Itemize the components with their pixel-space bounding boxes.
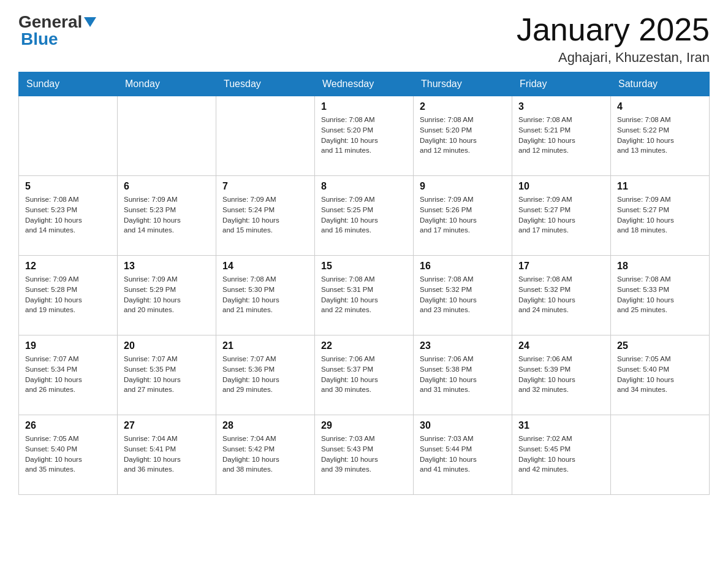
day-number: 8	[321, 181, 407, 192]
day-number: 5	[25, 181, 111, 192]
day-number: 30	[420, 420, 506, 431]
calendar-cell	[611, 415, 710, 495]
day-info: Sunrise: 7:09 AM Sunset: 5:29 PM Dayligh…	[124, 274, 210, 315]
day-info: Sunrise: 7:09 AM Sunset: 5:24 PM Dayligh…	[222, 194, 308, 236]
day-info: Sunrise: 7:08 AM Sunset: 5:20 PM Dayligh…	[420, 115, 506, 156]
calendar-cell: 22Sunrise: 7:06 AM Sunset: 5:37 PM Dayli…	[315, 335, 414, 415]
calendar-cell: 12Sunrise: 7:09 AM Sunset: 5:28 PM Dayli…	[19, 256, 118, 335]
location-subtitle: Aghajari, Khuzestan, Iran	[517, 50, 710, 66]
day-number: 18	[617, 261, 703, 272]
day-number: 9	[420, 181, 506, 192]
logo: General Blue	[18, 12, 98, 49]
calendar-cell: 6Sunrise: 7:09 AM Sunset: 5:23 PM Daylig…	[118, 176, 216, 256]
day-number: 17	[518, 261, 604, 272]
day-number: 1	[321, 101, 407, 112]
day-number: 28	[222, 420, 308, 431]
day-number: 23	[420, 340, 506, 351]
week-row-3: 12Sunrise: 7:09 AM Sunset: 5:28 PM Dayli…	[19, 256, 710, 335]
day-number: 7	[222, 181, 308, 192]
header-thursday: Thursday	[414, 72, 512, 96]
calendar-cell: 16Sunrise: 7:08 AM Sunset: 5:32 PM Dayli…	[414, 256, 512, 335]
calendar-cell: 26Sunrise: 7:05 AM Sunset: 5:40 PM Dayli…	[19, 415, 118, 495]
calendar-cell: 13Sunrise: 7:09 AM Sunset: 5:29 PM Dayli…	[118, 256, 216, 335]
calendar-cell: 7Sunrise: 7:09 AM Sunset: 5:24 PM Daylig…	[216, 176, 315, 256]
day-number: 25	[617, 340, 703, 351]
calendar-cell: 24Sunrise: 7:06 AM Sunset: 5:39 PM Dayli…	[512, 335, 611, 415]
day-info: Sunrise: 7:02 AM Sunset: 5:45 PM Dayligh…	[518, 434, 604, 475]
day-info: Sunrise: 7:04 AM Sunset: 5:42 PM Dayligh…	[222, 434, 308, 475]
day-info: Sunrise: 7:09 AM Sunset: 5:23 PM Dayligh…	[124, 194, 210, 236]
day-info: Sunrise: 7:08 AM Sunset: 5:32 PM Dayligh…	[518, 274, 604, 315]
day-info: Sunrise: 7:05 AM Sunset: 5:40 PM Dayligh…	[617, 354, 703, 395]
day-number: 14	[222, 261, 308, 272]
logo-blue-text: Blue	[21, 29, 58, 48]
day-number: 12	[25, 261, 111, 272]
calendar-cell: 4Sunrise: 7:08 AM Sunset: 5:22 PM Daylig…	[611, 96, 710, 176]
header-row: SundayMondayTuesdayWednesdayThursdayFrid…	[19, 72, 710, 96]
day-number: 27	[124, 420, 210, 431]
day-number: 3	[518, 101, 604, 112]
calendar-cell: 20Sunrise: 7:07 AM Sunset: 5:35 PM Dayli…	[118, 335, 216, 415]
day-number: 6	[124, 181, 210, 192]
calendar-cell: 5Sunrise: 7:08 AM Sunset: 5:23 PM Daylig…	[19, 176, 118, 256]
day-info: Sunrise: 7:09 AM Sunset: 5:27 PM Dayligh…	[617, 194, 703, 236]
calendar-cell: 8Sunrise: 7:09 AM Sunset: 5:25 PM Daylig…	[315, 176, 414, 256]
calendar-cell: 28Sunrise: 7:04 AM Sunset: 5:42 PM Dayli…	[216, 415, 315, 495]
day-number: 10	[518, 181, 604, 192]
day-number: 24	[518, 340, 604, 351]
page-header: General Blue January 2025 Aghajari, Khuz…	[18, 12, 710, 66]
calendar-cell: 21Sunrise: 7:07 AM Sunset: 5:36 PM Dayli…	[216, 335, 315, 415]
day-info: Sunrise: 7:08 AM Sunset: 5:31 PM Dayligh…	[321, 274, 407, 315]
calendar-cell: 1Sunrise: 7:08 AM Sunset: 5:20 PM Daylig…	[315, 96, 414, 176]
day-number: 4	[617, 101, 703, 112]
calendar-cell: 17Sunrise: 7:08 AM Sunset: 5:32 PM Dayli…	[512, 256, 611, 335]
day-info: Sunrise: 7:03 AM Sunset: 5:44 PM Dayligh…	[420, 434, 506, 475]
month-title: January 2025	[517, 12, 710, 47]
calendar-cell: 25Sunrise: 7:05 AM Sunset: 5:40 PM Dayli…	[611, 335, 710, 415]
day-number: 26	[25, 420, 111, 431]
calendar-table: SundayMondayTuesdayWednesdayThursdayFrid…	[18, 72, 710, 495]
day-number: 16	[420, 261, 506, 272]
calendar-cell	[216, 96, 315, 176]
week-row-4: 19Sunrise: 7:07 AM Sunset: 5:34 PM Dayli…	[19, 335, 710, 415]
header-friday: Friday	[512, 72, 611, 96]
calendar-cell: 10Sunrise: 7:09 AM Sunset: 5:27 PM Dayli…	[512, 176, 611, 256]
day-info: Sunrise: 7:08 AM Sunset: 5:20 PM Dayligh…	[321, 115, 407, 156]
day-info: Sunrise: 7:07 AM Sunset: 5:35 PM Dayligh…	[124, 354, 210, 395]
day-info: Sunrise: 7:05 AM Sunset: 5:40 PM Dayligh…	[25, 434, 111, 475]
calendar-cell: 15Sunrise: 7:08 AM Sunset: 5:31 PM Dayli…	[315, 256, 414, 335]
day-number: 2	[420, 101, 506, 112]
day-info: Sunrise: 7:08 AM Sunset: 5:32 PM Dayligh…	[420, 274, 506, 315]
calendar-body: 1Sunrise: 7:08 AM Sunset: 5:20 PM Daylig…	[19, 96, 710, 495]
week-row-5: 26Sunrise: 7:05 AM Sunset: 5:40 PM Dayli…	[19, 415, 710, 495]
calendar-cell: 29Sunrise: 7:03 AM Sunset: 5:43 PM Dayli…	[315, 415, 414, 495]
day-info: Sunrise: 7:08 AM Sunset: 5:33 PM Dayligh…	[617, 274, 703, 315]
day-info: Sunrise: 7:04 AM Sunset: 5:41 PM Dayligh…	[124, 434, 210, 475]
logo-triangle-icon	[84, 17, 96, 27]
calendar-cell: 31Sunrise: 7:02 AM Sunset: 5:45 PM Dayli…	[512, 415, 611, 495]
calendar-cell: 30Sunrise: 7:03 AM Sunset: 5:44 PM Dayli…	[414, 415, 512, 495]
day-number: 19	[25, 340, 111, 351]
day-info: Sunrise: 7:07 AM Sunset: 5:36 PM Dayligh…	[222, 354, 308, 395]
header-sunday: Sunday	[19, 72, 118, 96]
header-tuesday: Tuesday	[216, 72, 315, 96]
calendar-cell: 23Sunrise: 7:06 AM Sunset: 5:38 PM Dayli…	[414, 335, 512, 415]
day-info: Sunrise: 7:09 AM Sunset: 5:25 PM Dayligh…	[321, 194, 407, 236]
day-info: Sunrise: 7:06 AM Sunset: 5:37 PM Dayligh…	[321, 354, 407, 395]
day-number: 29	[321, 420, 407, 431]
day-info: Sunrise: 7:08 AM Sunset: 5:23 PM Dayligh…	[25, 194, 111, 236]
day-number: 31	[518, 420, 604, 431]
day-number: 13	[124, 261, 210, 272]
header-wednesday: Wednesday	[315, 72, 414, 96]
day-info: Sunrise: 7:09 AM Sunset: 5:27 PM Dayligh…	[518, 194, 604, 236]
week-row-2: 5Sunrise: 7:08 AM Sunset: 5:23 PM Daylig…	[19, 176, 710, 256]
calendar-cell	[118, 96, 216, 176]
calendar-header: SundayMondayTuesdayWednesdayThursdayFrid…	[19, 72, 710, 96]
day-number: 15	[321, 261, 407, 272]
day-number: 11	[617, 181, 703, 192]
calendar-cell: 3Sunrise: 7:08 AM Sunset: 5:21 PM Daylig…	[512, 96, 611, 176]
day-info: Sunrise: 7:08 AM Sunset: 5:22 PM Dayligh…	[617, 115, 703, 156]
day-number: 21	[222, 340, 308, 351]
calendar-cell: 14Sunrise: 7:08 AM Sunset: 5:30 PM Dayli…	[216, 256, 315, 335]
day-info: Sunrise: 7:09 AM Sunset: 5:26 PM Dayligh…	[420, 194, 506, 236]
